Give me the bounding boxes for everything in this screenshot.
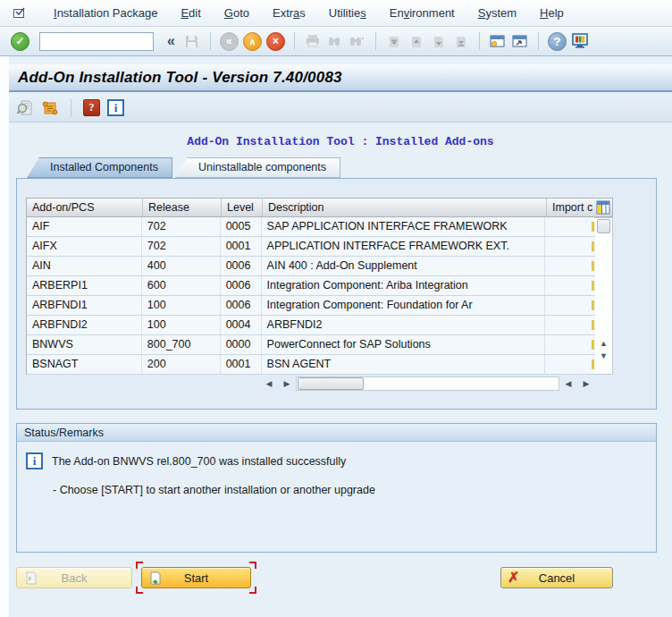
menu-item-edit[interactable]: Edit: [169, 0, 212, 26]
menu-items: Installation PackageEditGotoExtrasUtilit…: [42, 0, 575, 26]
cell-addon[interactable]: BSNAGT: [27, 355, 142, 374]
cell-release[interactable]: 600: [142, 276, 221, 295]
cell-level[interactable]: 0005: [221, 217, 262, 236]
logs-icon[interactable]: [41, 99, 59, 117]
cell-level[interactable]: 0001: [221, 355, 262, 374]
cell-level[interactable]: 0006: [221, 296, 262, 315]
scroll-right-icon[interactable]: ▶: [278, 379, 296, 388]
first-page-icon: [385, 32, 403, 50]
cell-level[interactable]: 0004: [221, 316, 262, 334]
start-button[interactable]: Start: [141, 567, 251, 588]
cancel-x-icon: ✗: [508, 571, 519, 585]
vertical-scrollbar-thumb[interactable]: [597, 219, 610, 233]
table-configuration-icon[interactable]: [594, 199, 612, 216]
cell-level[interactable]: 0001: [221, 237, 262, 256]
cell-import[interactable]: [545, 316, 595, 334]
column-header-release[interactable]: Release: [143, 199, 222, 216]
documentation-icon[interactable]: ?: [83, 99, 100, 116]
menu-item-goto[interactable]: Goto: [213, 0, 261, 26]
column-header-import[interactable]: Import c: [547, 199, 594, 216]
cell-release[interactable]: 100: [142, 296, 221, 315]
scroll-left-end-icon[interactable]: ◀: [559, 379, 577, 388]
cell-description[interactable]: Integration Component: Ariba Integration: [262, 276, 545, 295]
display-check-icon[interactable]: [16, 99, 34, 117]
cell-addon[interactable]: BNWVS: [27, 335, 142, 354]
menu-item-system[interactable]: System: [466, 0, 528, 26]
next-page-icon: [430, 32, 448, 50]
help-icon[interactable]: ?: [548, 32, 567, 51]
table-row-ARBFNDI1[interactable]: ARBFNDI11000006Integration Component: Fo…: [27, 296, 595, 316]
cell-release[interactable]: 800_700: [142, 335, 221, 354]
cell-addon[interactable]: AIN: [27, 257, 142, 275]
cancel-button[interactable]: ✗ Cancel: [500, 567, 613, 588]
menu-item-extras[interactable]: Extras: [261, 0, 317, 26]
cell-description[interactable]: PowerConnect for SAP Solutions: [262, 335, 545, 354]
cell-addon[interactable]: ARBFNDI2: [27, 316, 142, 334]
cell-level[interactable]: 0000: [221, 335, 262, 354]
cell-addon[interactable]: ARBERPI1: [27, 276, 142, 295]
cell-import[interactable]: [545, 335, 595, 354]
status-panel: Status/Remarks i The Add-on BNWVS rel.80…: [16, 423, 657, 553]
print-icon: [304, 32, 322, 50]
cell-release[interactable]: 400: [142, 257, 221, 275]
cell-description[interactable]: APPLICATION INTERFACE FRAMEWORK EXT.: [262, 237, 545, 256]
information-icon[interactable]: i: [107, 99, 124, 116]
menu-item-environment[interactable]: Environment: [378, 0, 466, 26]
cell-description[interactable]: AIN 400 : Add-On Supplement: [262, 257, 545, 275]
cell-import[interactable]: [545, 217, 595, 236]
exit-icon[interactable]: ∧: [243, 32, 262, 51]
horizontal-scrollbar-track[interactable]: ···: [296, 376, 559, 391]
cell-description[interactable]: BSN AGENT: [262, 355, 545, 374]
tab-installed-components[interactable]: Installed Components: [27, 157, 172, 178]
cell-release[interactable]: 702: [142, 237, 221, 256]
new-session-icon[interactable]: [489, 32, 507, 50]
table-row-AIN[interactable]: AIN4000006AIN 400 : Add-On Supplement: [27, 257, 595, 276]
table-row-ARBERPI1[interactable]: ARBERPI16000006Integration Component: Ar…: [27, 276, 595, 296]
scroll-right-end-icon[interactable]: ▶: [577, 379, 595, 388]
cell-import[interactable]: [545, 355, 595, 374]
tab-uninstallable-components[interactable]: Uninstallable components: [175, 157, 340, 178]
cell-description[interactable]: SAP APPLICATION INTERFACE FRAMEWORK: [262, 217, 545, 236]
cell-release[interactable]: 200: [142, 355, 221, 374]
system-menu-icon[interactable]: [13, 6, 28, 20]
cell-description[interactable]: ARBFNDI2: [262, 316, 545, 334]
scroll-left-icon[interactable]: ◀: [260, 379, 278, 388]
vertical-scrollbar[interactable]: ▲ ▼: [595, 217, 613, 375]
menu-item-utilities[interactable]: Utilities: [317, 0, 378, 26]
table-row-BSNAGT[interactable]: BSNAGT2000001BSN AGENT: [27, 355, 595, 375]
menu-item-help[interactable]: Help: [528, 0, 575, 26]
cell-import[interactable]: [545, 276, 595, 295]
cell-addon[interactable]: AIF: [27, 217, 142, 236]
table-row-ARBFNDI2[interactable]: ARBFNDI21000004ARBFNDI2: [27, 316, 595, 335]
cancel-transaction-icon[interactable]: ×: [266, 32, 285, 51]
table-row-AIFX[interactable]: AIFX7020001APPLICATION INTERFACE FRAMEWO…: [27, 237, 595, 257]
scroll-up-icon[interactable]: ▲: [600, 339, 608, 348]
enter-button[interactable]: ✓: [11, 32, 29, 51]
toolbar-separator: [210, 32, 211, 50]
standard-toolbar: ✓ ▼ « « ∧ ×: [0, 27, 672, 56]
cell-addon[interactable]: ARBFNDI1: [27, 296, 142, 315]
horizontal-scrollbar-thumb[interactable]: ···: [298, 377, 364, 390]
cell-description[interactable]: Integration Component: Foundation for Ar: [262, 296, 545, 315]
toolbar-separator: [71, 99, 71, 117]
table-row-BNWVS[interactable]: BNWVS800_7000000PowerConnect for SAP Sol…: [27, 335, 595, 355]
create-shortcut-icon[interactable]: [511, 32, 529, 50]
cell-release[interactable]: 100: [142, 316, 221, 334]
status-panel-title: Status/Remarks: [17, 424, 656, 442]
column-header-level[interactable]: Level: [222, 199, 263, 216]
cell-level[interactable]: 0006: [221, 257, 262, 275]
cell-level[interactable]: 0006: [221, 276, 262, 295]
cell-import[interactable]: [545, 296, 595, 315]
collapse-toolbar-icon[interactable]: «: [164, 33, 179, 49]
cell-import[interactable]: [545, 257, 595, 275]
customize-layout-icon[interactable]: [571, 32, 589, 50]
cell-addon[interactable]: AIFX: [27, 237, 142, 256]
table-row-AIF[interactable]: AIF7020005SAP APPLICATION INTERFACE FRAM…: [27, 217, 595, 237]
menu-item-installation-package[interactable]: Installation Package: [42, 0, 169, 26]
cell-release[interactable]: 702: [142, 217, 221, 236]
column-header-description[interactable]: Description: [263, 199, 547, 216]
scroll-down-icon[interactable]: ▼: [600, 351, 608, 360]
application-toolbar: ? i: [9, 94, 672, 123]
column-header-addon[interactable]: Add-on/PCS: [27, 199, 143, 216]
cell-import[interactable]: [545, 237, 595, 256]
